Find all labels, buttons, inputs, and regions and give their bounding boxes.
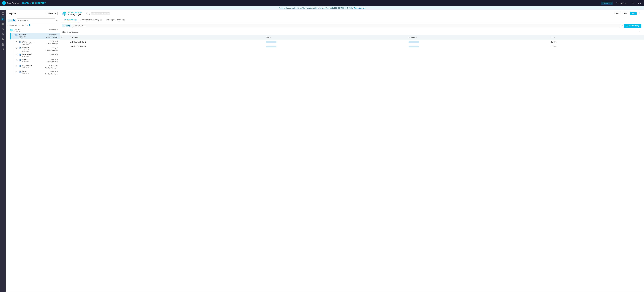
scopes-label: Scopes — [8, 12, 14, 15]
scope-icon-enforcement — [18, 53, 22, 56]
tab-uncategorized-inventory[interactable]: Uncategorized Inventory 0 — [79, 17, 104, 22]
tenant-chevron-icon: ▾ — [611, 2, 612, 4]
svg-line-15 — [2, 29, 3, 30]
hostname-column-header[interactable]: Hostname ▲ — [68, 35, 264, 40]
scope-toggle-adhoc[interactable]: ▶ — [16, 40, 18, 43]
more-options-button[interactable]: ⋮ — [638, 12, 642, 15]
tenant-button[interactable]: ⬡ Tetration ▾ — [601, 1, 613, 5]
row1-hostname: druidHistoricalBroker-1 — [68, 40, 264, 44]
table-row: druidHistoricalBroker-2 CentOS — [60, 44, 644, 49]
scope-stats-adhoc: Inventory: 3 Overlaps 1 Scope — [46, 40, 58, 45]
scope-icon-infrastructure — [18, 65, 22, 67]
sidebar-flask-icon[interactable] — [0, 32, 5, 36]
sidebar-bell-icon[interactable] — [0, 37, 5, 41]
filter-col-header — [60, 35, 68, 40]
scopes-info-text: 46 Scopes and 1 Inventory Filter — [8, 24, 28, 26]
scope-toggle-workloads[interactable]: ▾ — [12, 34, 14, 36]
row2-vrf — [264, 44, 406, 49]
query-badge: Query Hostname contains druid — [86, 12, 110, 15]
svg-line-16 — [3, 29, 4, 30]
scope-stats-infrastructure: Inventory: 13 Overlaps 2 Scopes — [45, 64, 58, 69]
scope-sub-tetration: 5 Children — [14, 31, 48, 32]
scope-item-enforcement[interactable]: ▶ Enforcement 2 Children — [14, 53, 60, 58]
license-banner: You do not have an active license. The e… — [0, 6, 644, 10]
scope-sub2-workloads: 9 Children — [18, 37, 45, 39]
address-column-header[interactable]: Address ⇅ — [406, 35, 549, 40]
scope-item-compute[interactable]: ▶ Compute Draft Query 3 Children — [14, 46, 60, 53]
scope-toggle-compute[interactable]: ▶ — [16, 47, 18, 49]
scope-sub-adhoc: Draft Query, Parent — [22, 42, 45, 44]
sidebar-shield-icon[interactable] — [0, 21, 5, 26]
scopes-header: Scopes ▾ Commit ▾ — [6, 10, 60, 17]
scope-stats-tetration: Inventory: 59 — [49, 29, 58, 31]
sidebar-building-icon[interactable] — [0, 42, 5, 47]
attributes-input[interactable] — [72, 24, 620, 28]
sidebar-wrench-icon[interactable] — [0, 47, 5, 52]
tab-all-inventory-label: All Inventory — [64, 19, 74, 21]
scope-item-adhoc[interactable]: ▶ Adhoc Draft Query, Parent 4 Children — [14, 39, 60, 46]
filters-badge[interactable]: Filters ? — [62, 24, 71, 27]
attr-clear-icon[interactable]: ✕ — [622, 24, 623, 27]
page-title: SCOPES AND INVENTORY — [22, 2, 46, 4]
os-column-header[interactable]: OS ⇅ — [549, 35, 644, 40]
scope-detail-title: Serving Layer — [68, 13, 82, 16]
query-op: contains — [100, 13, 105, 14]
filter-badge[interactable]: Filter ? — [8, 19, 16, 22]
commit-button[interactable]: Commit ▾ — [46, 12, 58, 15]
vrf-column-header[interactable]: VRF ⇅ — [264, 35, 406, 40]
license-action-link[interactable]: Take action now. — [354, 7, 366, 9]
scope-item-infrastructure[interactable]: ▶ Infrastructure 4 Children — [14, 64, 60, 70]
help-button[interactable]: ? ▾ — [630, 2, 635, 5]
scopes-title[interactable]: Scopes ▾ — [8, 12, 16, 15]
scope-toggle-tetration[interactable]: ▾ — [7, 29, 9, 31]
filter-clear-icon[interactable]: ✕ — [56, 19, 58, 21]
filter-help-icon: ? — [13, 19, 15, 21]
scope-item-kube[interactable]: ▶ Kube 0 Children — [14, 70, 60, 76]
row1-filter-cell — [60, 40, 68, 44]
svg-rect-4 — [2, 14, 3, 14]
tab-all-inventory[interactable]: All Inventory 2 — [62, 17, 78, 22]
row2-address — [406, 44, 549, 49]
logo-text: Cisco Tetration — [7, 2, 18, 4]
scope-toggle-kube[interactable]: ▶ — [16, 71, 18, 73]
inventory-table: Hostname ▲ VRF ⇅ Address ⇅ OS — [60, 35, 644, 49]
scope-toggle-infrastructure[interactable]: ▶ — [16, 65, 18, 67]
scope-item-tetration[interactable]: ▾ Tetration 5 Children Inventory: 59 — [6, 28, 60, 33]
monitoring-label: Monitoring — [618, 2, 626, 4]
scope-toggle-frontend[interactable]: ▶ — [16, 59, 18, 61]
settings-button[interactable]: ⚙ ▾ — [637, 2, 642, 5]
content-panel: Tetration : Workloads Serving Layer Quer… — [60, 10, 644, 292]
scope-toggle-enforcement[interactable]: ▶ — [16, 54, 18, 56]
scope-name-tetration: Tetration — [14, 29, 48, 31]
search-inventory-button[interactable]: Search Inventory — [624, 24, 642, 28]
tab-overlapping-scopes[interactable]: Overlapping Scopes 1 — [105, 17, 127, 22]
sidebar-scopes-icon[interactable] — [0, 16, 5, 21]
filter-scopes-input[interactable] — [17, 18, 55, 22]
nav-right: ⬡ Tetration ▾ ♡ Monitoring ▾ ? ▾ ⚙ ▾ — [601, 1, 642, 5]
add-button[interactable]: Add — [630, 12, 636, 15]
scope-info-enforcement: Enforcement 2 Children — [22, 53, 50, 57]
filter-bar: Filters ? ✕ Search Inventory — [60, 22, 644, 29]
delete-button[interactable]: Delete — [613, 12, 621, 15]
sidebar-network-icon[interactable] — [0, 27, 5, 31]
breadcrumb[interactable]: Tetration : Workloads — [68, 12, 82, 13]
commit-dropdown-icon: ▾ — [55, 12, 56, 14]
scope-item-frontend[interactable]: ▶ FrontEnd 3 Children — [14, 58, 60, 64]
svg-point-23 — [20, 72, 20, 72]
svg-rect-22 — [3, 45, 3, 45]
edit-button[interactable]: Edit — [622, 12, 629, 15]
monitoring-button[interactable]: ♡ Monitoring ▾ — [615, 2, 628, 5]
row2-os: CentOS — [549, 44, 644, 49]
scopes-panel: Scopes ▾ Commit ▾ Filter ? ✕ 46 Scopes a… — [6, 10, 60, 292]
svg-rect-21 — [2, 45, 3, 45]
scope-info-compute: Compute Draft Query 3 Children — [22, 47, 45, 52]
scope-item-workloads[interactable]: ▾ Workloads Draft Query 9 Children — [10, 33, 60, 39]
commit-label: Commit — [48, 12, 54, 14]
tenant-label: Tetration — [604, 2, 610, 4]
scope-icon-compute — [18, 47, 22, 50]
table-more-options-button[interactable]: ⋮ — [638, 30, 642, 34]
sidebar-dashboard-icon[interactable] — [0, 11, 5, 16]
svg-rect-5 — [3, 14, 4, 14]
table-area: Showing 2 of 2 inventory ⋮ Hostname ▲ — [60, 29, 644, 292]
filter-row: Filter ? ✕ — [6, 17, 60, 23]
